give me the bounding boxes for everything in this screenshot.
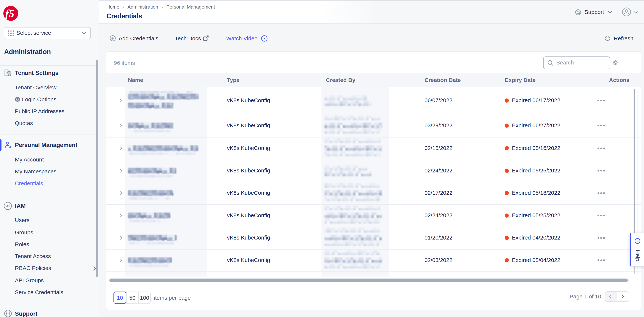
svg-text:?: ? xyxy=(636,239,638,243)
svg-text:f5: f5 xyxy=(5,7,14,19)
